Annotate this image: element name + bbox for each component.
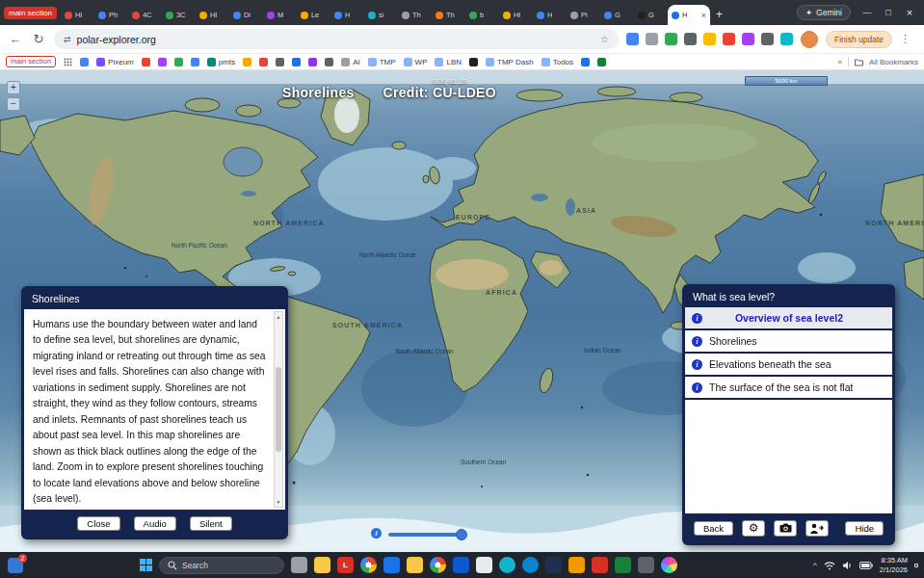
browser-tab[interactable]: Th × bbox=[398, 5, 432, 25]
taskbar-app-icon[interactable] bbox=[615, 557, 631, 573]
browser-tab[interactable]: 3C × bbox=[162, 5, 196, 25]
bookmarks-group-chip[interactable]: main section bbox=[6, 56, 56, 67]
bookmark-item[interactable]: WP bbox=[404, 58, 428, 66]
browser-tab[interactable]: 4C × bbox=[128, 5, 162, 25]
browser-tab[interactable]: H × bbox=[668, 5, 710, 25]
hide-button[interactable]: Hide bbox=[845, 521, 884, 536]
volume-icon[interactable] bbox=[842, 561, 853, 570]
browser-tab[interactable]: G × bbox=[600, 5, 634, 25]
taskbar-app-icon[interactable] bbox=[568, 557, 585, 573]
extension-icon[interactable] bbox=[626, 33, 639, 45]
bookmark-item[interactable] bbox=[469, 58, 478, 66]
bookmark-item[interactable] bbox=[292, 58, 301, 66]
bookmark-item[interactable] bbox=[325, 58, 333, 66]
menu-row[interactable]: i Elevations beneath the sea ✓ bbox=[685, 354, 892, 377]
menu-row[interactable]: i The surface of the sea is not flat ✓ bbox=[685, 377, 892, 400]
browser-tab[interactable]: Di × bbox=[229, 5, 263, 25]
windows-start-button[interactable] bbox=[140, 559, 152, 571]
browser-tab[interactable]: H × bbox=[330, 5, 364, 25]
bookmark-item[interactable] bbox=[308, 58, 317, 66]
dialog-button[interactable]: Close bbox=[77, 516, 119, 531]
scrollbar-thumb[interactable] bbox=[276, 367, 281, 452]
taskbar-clock[interactable]: 8:35 AM 2/1/2026 bbox=[880, 556, 908, 575]
extension-icon[interactable] bbox=[761, 33, 774, 45]
gemini-button[interactable]: ✦ Gemini bbox=[797, 5, 851, 20]
menu-row-label[interactable]: Overview of sea level2 bbox=[709, 312, 869, 324]
finish-update-button[interactable]: Finish update bbox=[826, 31, 892, 48]
menu-row-label[interactable]: Elevations beneath the sea bbox=[709, 358, 832, 370]
bookmark-item[interactable] bbox=[276, 58, 284, 66]
dialog-button[interactable]: Audio bbox=[134, 516, 176, 531]
address-bar[interactable]: ⇄ polar-explorer.org ☆ bbox=[54, 29, 619, 49]
bookmark-item[interactable] bbox=[158, 58, 167, 66]
all-bookmarks-label[interactable]: All Bookmarks bbox=[869, 58, 918, 66]
apps-grid-icon[interactable] bbox=[64, 58, 72, 66]
close-window-icon[interactable]: × bbox=[899, 7, 920, 18]
bookmark-item[interactable] bbox=[581, 58, 590, 66]
share-user-button[interactable] bbox=[805, 520, 829, 537]
taskbar-app-icon[interactable] bbox=[291, 557, 307, 573]
taskbar-app-icon[interactable] bbox=[314, 557, 330, 573]
taskbar-search[interactable]: Search bbox=[159, 557, 284, 574]
browser-tab[interactable]: HI × bbox=[196, 5, 229, 25]
bookmark-item[interactable]: Pixeum bbox=[96, 58, 134, 66]
taskbar-app-icon[interactable] bbox=[638, 557, 654, 573]
taskbar-app-icon[interactable] bbox=[453, 557, 469, 573]
browser-tab[interactable]: b × bbox=[465, 5, 499, 25]
timeline-slider-handle[interactable] bbox=[456, 529, 467, 540]
info-icon[interactable]: i bbox=[692, 313, 702, 324]
taskbar-app-icon[interactable] bbox=[661, 557, 677, 573]
bookmark-item[interactable] bbox=[191, 58, 199, 66]
maximize-icon[interactable]: □ bbox=[878, 8, 899, 17]
scroll-down-icon[interactable]: ▼ bbox=[277, 498, 281, 506]
menu-row-label[interactable]: The surface of the sea is not flat bbox=[709, 381, 853, 393]
bookmark-item[interactable]: TMP bbox=[368, 58, 396, 66]
back-button[interactable]: Back bbox=[694, 521, 733, 536]
taskbar-app-icon[interactable] bbox=[360, 557, 377, 573]
browser-tab[interactable]: Le × bbox=[297, 5, 330, 25]
bookmark-item[interactable]: LBN bbox=[435, 58, 462, 66]
bookmarks-overflow-icon[interactable]: » bbox=[837, 58, 841, 66]
browser-tab[interactable]: H × bbox=[533, 5, 567, 25]
taskbar-app-icon[interactable] bbox=[592, 557, 608, 573]
menu-row[interactable]: i Overview of sea level2 ✓ bbox=[685, 307, 892, 330]
extension-icon[interactable] bbox=[665, 33, 677, 45]
browser-tab[interactable]: G × bbox=[634, 5, 668, 25]
menu-row-label[interactable]: Shorelines bbox=[709, 335, 757, 347]
tray-expand-icon[interactable]: ^ bbox=[813, 561, 817, 569]
browser-tab[interactable]: M × bbox=[263, 5, 297, 25]
bookmark-item[interactable] bbox=[174, 58, 183, 66]
taskbar-app-icon[interactable] bbox=[545, 557, 562, 573]
timeline-slider-track[interactable] bbox=[388, 533, 463, 537]
bookmark-item[interactable]: AI bbox=[341, 58, 360, 66]
browser-menu-icon[interactable]: ⋮ bbox=[900, 33, 911, 45]
browser-tab[interactable]: Ph × bbox=[94, 5, 128, 25]
extension-icon[interactable] bbox=[723, 33, 735, 45]
profile-avatar[interactable] bbox=[801, 31, 818, 48]
extension-icon[interactable] bbox=[780, 33, 793, 45]
info-icon[interactable]: i bbox=[692, 359, 702, 370]
dialog-scrollbar[interactable]: ▲ ▼ bbox=[274, 311, 283, 508]
bookmark-item[interactable] bbox=[243, 58, 251, 66]
site-info-icon[interactable]: ⇄ bbox=[64, 35, 71, 44]
extension-icon[interactable] bbox=[703, 33, 716, 45]
chat-app-icon[interactable]: 2 bbox=[8, 558, 23, 573]
bookmark-item[interactable] bbox=[142, 58, 150, 66]
zoom-in-button[interactable]: + bbox=[7, 81, 20, 94]
minimize-icon[interactable]: — bbox=[857, 8, 878, 17]
tab-group-label[interactable]: main section bbox=[4, 7, 57, 19]
browser-tab[interactable]: Pi × bbox=[567, 5, 600, 25]
menu-row[interactable]: i Shorelines ✓ bbox=[685, 330, 892, 354]
taskbar-app-icon[interactable] bbox=[430, 557, 446, 573]
browser-tab[interactable]: HI × bbox=[61, 5, 94, 25]
new-tab-button[interactable]: + bbox=[716, 8, 723, 21]
bookmark-item[interactable]: TMP Dash bbox=[486, 58, 534, 66]
reload-icon[interactable]: ↻ bbox=[31, 32, 46, 46]
taskbar-app-icon[interactable] bbox=[522, 557, 539, 573]
bookmark-item[interactable] bbox=[259, 58, 268, 66]
taskbar-app-icon[interactable] bbox=[383, 557, 400, 573]
battery-icon[interactable] bbox=[859, 562, 873, 569]
taskbar-app-icon[interactable] bbox=[407, 557, 423, 573]
bookmark-item[interactable] bbox=[80, 58, 89, 66]
back-icon[interactable]: ← bbox=[8, 32, 23, 46]
